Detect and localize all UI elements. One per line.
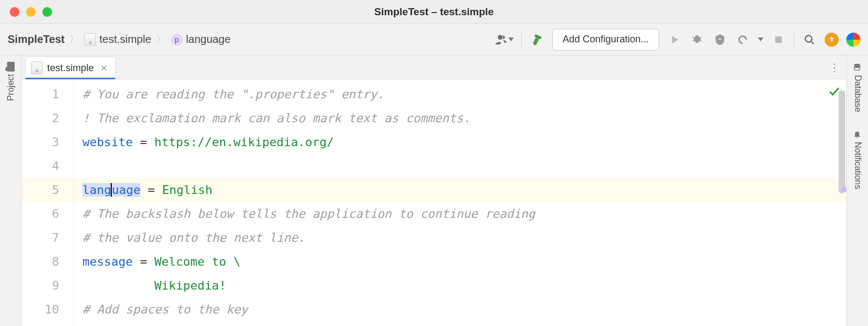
coverage-button[interactable] <box>712 32 727 47</box>
editor-area: test.simple ✕ ⋮ 1 2 3 4 5 6 7 8 9 10 <box>22 55 846 326</box>
scrollbar-marker <box>842 187 846 192</box>
update-available-button[interactable] <box>825 33 839 47</box>
code-value: Welcome to \ <box>154 255 240 268</box>
bell-icon <box>853 130 862 139</box>
breadcrumb-symbol[interactable]: p language <box>171 33 231 46</box>
svg-line-2 <box>811 41 814 44</box>
code-equals: = <box>133 255 155 268</box>
jetbrains-toolbox-icon[interactable] <box>846 33 860 47</box>
profile-button[interactable] <box>735 32 750 47</box>
tool-tab-label: Notifications <box>853 142 863 189</box>
main-toolbar: SimpleTest 〉 test.simple 〉 p language Ad… <box>0 24 868 55</box>
database-tool-tab[interactable]: Database <box>853 60 863 116</box>
line-number: 8 <box>22 250 59 274</box>
line-number: 5 <box>22 178 73 202</box>
toolbar-divider <box>521 32 522 48</box>
breadcrumb: SimpleTest 〉 test.simple 〉 p language <box>8 32 490 47</box>
code-key: message <box>82 255 133 268</box>
database-icon <box>853 63 862 72</box>
editor-scrollbar[interactable] <box>838 79 846 326</box>
svg-point-1 <box>806 35 812 42</box>
code-comment: # the value onto the next line. <box>82 231 305 244</box>
code-comment: # You are reading the ".properties" entr… <box>82 87 384 101</box>
right-tool-strip: Database Notifications <box>846 55 868 326</box>
code-equals: = <box>133 135 155 149</box>
stop-button[interactable] <box>771 32 786 47</box>
code-content[interactable]: # You are reading the ".properties" entr… <box>74 79 846 326</box>
editor-tab-label: test.simple <box>47 62 94 74</box>
code-key-selected: uage <box>112 183 141 197</box>
search-button[interactable] <box>802 32 817 47</box>
line-number: 10 <box>22 298 59 322</box>
line-number: 7 <box>22 226 59 250</box>
breadcrumb-project[interactable]: SimpleTest <box>8 33 65 46</box>
fullscreen-window-button[interactable] <box>42 7 52 17</box>
folder-icon <box>7 62 15 72</box>
titlebar: SimpleTest – test.simple <box>0 0 868 24</box>
line-number: 6 <box>22 202 59 226</box>
code-indent <box>82 279 154 292</box>
line-number: 3 <box>22 130 59 154</box>
chevron-down-icon <box>508 37 514 41</box>
chevron-right-icon: 〉 <box>69 32 80 47</box>
chevron-down-icon[interactable] <box>758 37 763 41</box>
toolbar-right: Add Configuration... <box>493 29 860 51</box>
code-comment: # Add spaces to the key <box>82 303 248 316</box>
code-key-selected: lang <box>82 183 111 197</box>
code-comment: # The backslash below tells the applicat… <box>82 207 535 221</box>
debug-button[interactable] <box>690 32 705 47</box>
editor-tab[interactable]: test.simple ✕ <box>25 57 116 79</box>
code-value: https://en.wikipedia.org/ <box>154 135 334 149</box>
scrollbar-thumb[interactable] <box>839 90 845 193</box>
tool-tab-label: Project <box>6 74 16 101</box>
left-tool-strip: Project <box>0 55 22 326</box>
tab-options-button[interactable]: ⋮ <box>829 61 841 74</box>
line-number: 2 <box>22 106 59 130</box>
breadcrumb-file-label: test.simple <box>99 33 151 46</box>
svg-rect-0 <box>775 36 782 43</box>
code-value: Wikipedia! <box>154 279 226 292</box>
close-tab-button[interactable]: ✕ <box>98 63 107 73</box>
window-title: SimpleTest – test.simple <box>374 6 494 18</box>
close-window-button[interactable] <box>10 7 20 17</box>
file-icon <box>84 34 96 46</box>
breadcrumb-file[interactable]: test.simple <box>84 33 151 46</box>
window-controls <box>0 7 52 17</box>
line-number: 1 <box>22 83 59 106</box>
line-number: 9 <box>22 274 59 298</box>
property-icon: p <box>171 34 183 46</box>
code-equals: = <box>141 183 162 197</box>
code-value: English <box>162 183 213 197</box>
code-comment: ! The exclamation mark can also mark tex… <box>82 111 470 125</box>
minimize-window-button[interactable] <box>26 7 36 17</box>
toolbar-divider <box>794 32 794 48</box>
run-button[interactable] <box>667 32 682 47</box>
notifications-tool-tab[interactable]: Notifications <box>853 127 863 192</box>
code-area: 1 2 3 4 5 6 7 8 9 10 # You are reading t… <box>22 79 846 326</box>
app-window: SimpleTest – test.simple SimpleTest 〉 te… <box>0 0 868 326</box>
chevron-right-icon: 〉 <box>156 32 167 47</box>
code-with-me-button[interactable] <box>493 33 514 47</box>
code-key: website <box>82 135 133 149</box>
project-tool-tab[interactable]: Project <box>6 60 16 104</box>
body-area: Project test.simple ✕ ⋮ 1 2 3 4 5 <box>0 55 868 326</box>
code-content-wrap: # You are reading the ".properties" entr… <box>74 79 846 326</box>
editor-tabbar: test.simple ✕ ⋮ <box>22 55 846 79</box>
line-number: 4 <box>22 154 59 178</box>
gutter[interactable]: 1 2 3 4 5 6 7 8 9 10 <box>22 79 74 326</box>
file-icon <box>31 61 43 74</box>
tool-tab-label: Database <box>853 75 863 112</box>
build-button[interactable] <box>529 32 545 47</box>
run-configuration-select[interactable]: Add Configuration... <box>552 29 659 51</box>
breadcrumb-symbol-label: language <box>186 33 231 46</box>
